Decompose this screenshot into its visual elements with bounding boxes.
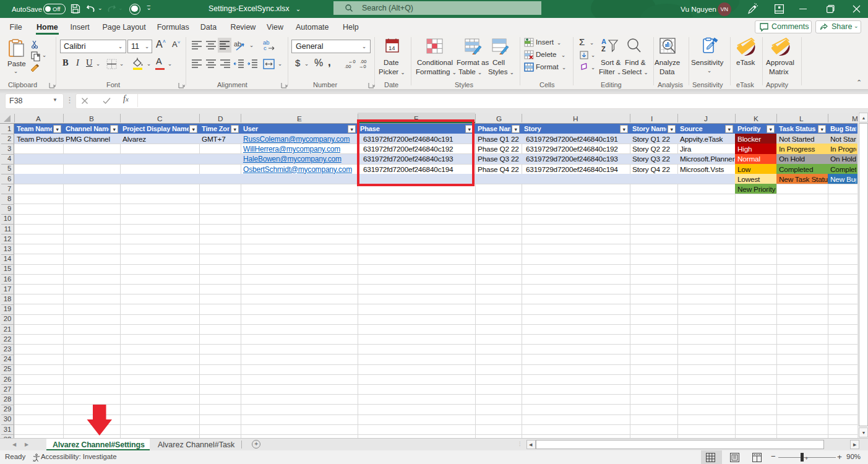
svg-text:14: 14 [389,45,395,51]
svg-text:A: A [601,38,606,45]
svg-text:→0: →0 [359,64,366,69]
svg-text:Z: Z [601,45,606,53]
svg-text:c: c [264,45,267,51]
svg-text:.00: .00 [345,64,351,69]
